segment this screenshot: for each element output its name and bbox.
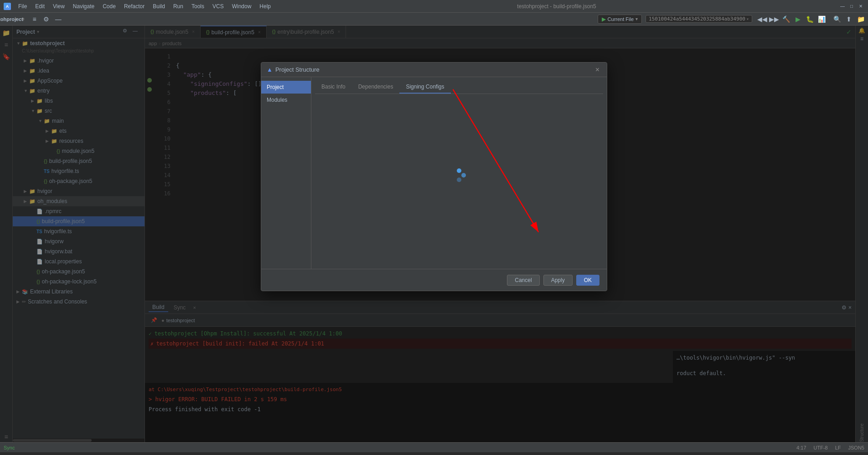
close-button[interactable]: ✕ (857, 3, 864, 10)
status-right: 4:17 UTF-8 LF JSON5 (796, 445, 864, 450)
status-bar: Sync 4:17 UTF-8 LF JSON5 (0, 442, 868, 452)
menu-help[interactable]: Help (256, 2, 274, 10)
menu-file[interactable]: File (15, 2, 31, 10)
modal-tab-dependencies[interactable]: Dependencies (352, 81, 400, 94)
project-label: testohproject (2, 14, 13, 25)
close-panel-btn[interactable]: — (53, 14, 64, 25)
project-dropdown-arrow[interactable]: ▾ (15, 16, 17, 21)
menu-build[interactable]: Build (149, 2, 169, 10)
window-title: testohproject - build-profile.json5 (274, 3, 839, 10)
menu-bar: File Edit View Navigate Code Refactor Bu… (15, 2, 274, 10)
menu-run[interactable]: Run (170, 2, 187, 10)
status-sync[interactable]: Sync (4, 445, 15, 450)
search-btn[interactable]: 🔍 (832, 14, 842, 25)
modal-tabs: Basic Info Dependencies Signing Configs (315, 81, 603, 94)
back-btn[interactable]: ◀◀ (757, 14, 768, 25)
debug-btn[interactable]: 🐛 (804, 14, 815, 25)
title-bar: A File Edit View Navigate Code Refactor … (0, 0, 868, 13)
status-line-ending: LF (835, 445, 841, 450)
minimize-button[interactable]: — (839, 3, 846, 10)
menu-vcs[interactable]: VCS (209, 2, 227, 10)
status-file-type: JSON5 (848, 445, 864, 450)
status-encoding: UTF-8 (814, 445, 828, 450)
menu-window[interactable]: Window (228, 2, 255, 10)
status-line-col: 4:17 (796, 445, 806, 450)
app-logo: A (4, 3, 11, 10)
run-btn[interactable]: ▶ (792, 14, 803, 25)
modal-title: Project Structure (275, 66, 320, 73)
menu-code[interactable]: Code (99, 2, 119, 10)
run-config-selector[interactable]: ▶ Current File ▾ (598, 15, 642, 24)
menu-view[interactable]: View (49, 2, 68, 10)
run-config-dropdown[interactable]: ▾ (636, 16, 638, 21)
window-controls: — □ ✕ (839, 3, 864, 10)
modal-close-btn[interactable]: × (594, 66, 601, 74)
cancel-button[interactable]: Cancel (507, 275, 539, 286)
menu-refactor[interactable]: Refactor (120, 2, 148, 10)
commit-hash-display: 150100424a544434520325884ab34900 ▾ (646, 15, 752, 23)
run-config-label: Current File (608, 16, 634, 22)
modal-body: Project Modules Basic Info Dependencies … (261, 77, 607, 269)
build-btn[interactable]: 🔨 (780, 14, 791, 25)
settings-btn[interactable]: ⚙ (41, 14, 52, 25)
forward-btn[interactable]: ▶▶ (769, 14, 780, 25)
modal-footer: Cancel Apply OK (261, 269, 607, 291)
modal-nav-project[interactable]: Project (261, 81, 311, 94)
modal-nav-modules[interactable]: Modules (261, 94, 311, 106)
folder-btn[interactable]: 📁 (855, 14, 866, 25)
project-structure-modal: ▲ Project Structure × Project Modules Ba… (261, 62, 607, 291)
list-view-btn[interactable]: ≡ (29, 14, 40, 25)
menu-edit[interactable]: Edit (31, 2, 48, 10)
modal-tab-basic-info[interactable]: Basic Info (315, 81, 352, 94)
modal-app-icon: ▲ (267, 66, 273, 73)
project-tab-icon: ⊕ (21, 16, 25, 22)
modal-titlebar: ▲ Project Structure × (261, 63, 607, 77)
modal-sidebar: Project Modules (261, 77, 311, 269)
main-toolbar: testohproject ▾ ⊕ ≡ ⚙ — ▶ Current File ▾… (0, 13, 868, 26)
profile-btn[interactable]: 📊 (816, 14, 827, 25)
loading-spinner (452, 168, 466, 182)
modal-tab-signing-configs[interactable]: Signing Configs (399, 81, 450, 94)
run-config-icon: ▶ (602, 16, 606, 22)
apply-button[interactable]: Apply (543, 275, 573, 286)
ok-button[interactable]: OK (576, 275, 599, 286)
menu-tools[interactable]: Tools (188, 2, 208, 10)
menu-navigate[interactable]: Navigate (69, 2, 98, 10)
vcs-btn[interactable]: ⬆ (843, 14, 854, 25)
maximize-button[interactable]: □ (848, 3, 855, 10)
modal-content: Basic Info Dependencies Signing Configs (311, 77, 607, 269)
modal-overlay: ▲ Project Structure × Project Modules Ba… (0, 26, 868, 442)
hash-dropdown[interactable]: ▾ (746, 16, 749, 21)
modal-loading-area (315, 98, 603, 253)
